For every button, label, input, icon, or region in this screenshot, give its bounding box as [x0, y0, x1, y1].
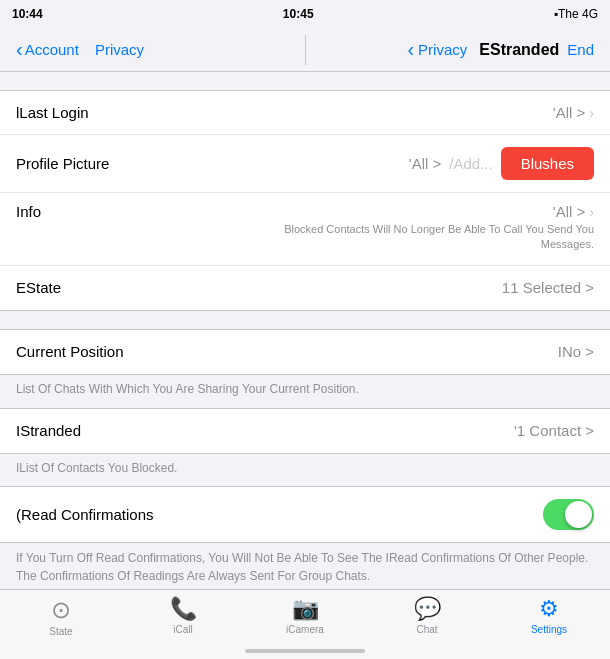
info-value: 'All > — [553, 203, 585, 220]
tab-chat[interactable]: 💬 Chat — [366, 596, 488, 635]
tab-state[interactable]: ⊙ State — [0, 596, 122, 637]
state-tab-label: State — [49, 626, 72, 637]
call-tab-icon: 📞 — [170, 596, 197, 622]
info-right: 'All > › Blocked Contacts Will No Longer… — [274, 203, 594, 253]
nav-right-section: ‹ Privacy EStranded End — [306, 38, 603, 61]
read-confirmations-row[interactable]: (Read Confirmations — [0, 487, 610, 542]
current-position-label: Current Position — [16, 343, 124, 360]
right-back-icon: ‹ — [407, 38, 414, 61]
profile-picture-value: 'All > — [409, 155, 441, 172]
profile-picture-row[interactable]: Profile Picture 'All > /Add... Blushes — [0, 135, 610, 193]
call-tab-label: iCall — [173, 624, 192, 635]
signal-icon: ▪The 4G — [554, 7, 598, 21]
nav-container: ‹ Account Privacy ‹ Privacy EStranded En… — [8, 35, 602, 65]
settings-tab-icon: ⚙ — [539, 596, 559, 622]
signal-battery: ▪The 4G — [554, 7, 598, 21]
tab-camera[interactable]: 📷 iCamera — [244, 596, 366, 635]
back-label: Account — [25, 41, 79, 58]
back-button[interactable]: ‹ Account — [16, 38, 79, 61]
spacer-1 — [0, 72, 610, 90]
camera-tab-label: iCamera — [286, 624, 324, 635]
tab-call[interactable]: 📞 iCall — [122, 596, 244, 635]
read-confirmations-desc: If You Turn Off Read Confirmations, You … — [0, 543, 610, 595]
info-label: Info — [16, 203, 41, 220]
state-value: 11 Selected > — [502, 279, 594, 296]
info-chevron-icon: › — [589, 204, 594, 220]
state-row[interactable]: EState 11 Selected > — [0, 266, 610, 310]
chat-tab-icon: 💬 — [414, 596, 441, 622]
info-row[interactable]: Info 'All > › Blocked Contacts Will No L… — [0, 193, 610, 266]
profile-picture-label: Profile Picture — [16, 155, 109, 172]
stranded-value: '1 Contact > — [514, 422, 594, 439]
stranded-row[interactable]: IStranded '1 Contact > — [0, 409, 610, 453]
status-bar: 10:44 10:45 ▪The 4G — [0, 0, 610, 28]
current-position-value: INo > — [558, 343, 594, 360]
last-login-chevron-icon: › — [589, 105, 594, 121]
state-label: EState — [16, 279, 61, 296]
blushes-button[interactable]: Blushes — [501, 147, 594, 180]
camera-tab-icon: 📷 — [292, 596, 319, 622]
right-privacy-label: Privacy — [418, 41, 467, 58]
last-login-value: 'All > › — [553, 104, 594, 121]
profile-right: 'All > /Add... Blushes — [409, 147, 594, 180]
last-login-row[interactable]: lLast Login 'All > › — [0, 91, 610, 135]
info-desc: Blocked Contacts Will No Longer Be Able … — [274, 222, 594, 253]
tab-settings[interactable]: ⚙ Settings — [488, 596, 610, 635]
stranded-desc: IList Of Contacts You Blocked. — [0, 454, 610, 487]
settings-group-1: lLast Login 'All > › Profile Picture 'Al… — [0, 90, 610, 311]
time-center: 10:45 — [283, 7, 314, 21]
back-chevron-icon: ‹ — [16, 38, 23, 61]
nav-title-right: EStranded — [479, 41, 559, 59]
current-position-desc: List Of Chats With Which You Are Sharing… — [0, 375, 610, 408]
time-left: 10:44 — [12, 7, 43, 21]
end-button[interactable]: End — [567, 41, 594, 58]
toggle-thumb — [565, 501, 592, 528]
read-confirmations-toggle[interactable] — [543, 499, 594, 530]
stranded-label: IStranded — [16, 422, 81, 439]
read-confirmations-group: (Read Confirmations — [0, 486, 610, 543]
nav-left-section: ‹ Account Privacy — [8, 38, 305, 61]
last-login-label: lLast Login — [16, 104, 89, 121]
privacy-label: Privacy — [95, 41, 144, 58]
settings-tab-label: Settings — [531, 624, 567, 635]
nav-bar: ‹ Account Privacy ‹ Privacy EStranded En… — [0, 28, 610, 72]
chat-tab-label: Chat — [416, 624, 437, 635]
state-tab-icon: ⊙ — [51, 596, 71, 624]
home-indicator — [245, 649, 365, 653]
spacer-2 — [0, 311, 610, 329]
current-position-row[interactable]: Current Position INo > — [0, 330, 610, 374]
read-confirmations-label: (Read Confirmations — [16, 506, 154, 523]
current-position-group: Current Position INo > — [0, 329, 610, 375]
add-placeholder: /Add... — [449, 155, 492, 172]
stranded-group: IStranded '1 Contact > — [0, 408, 610, 454]
info-value-row: 'All > › — [553, 203, 594, 220]
